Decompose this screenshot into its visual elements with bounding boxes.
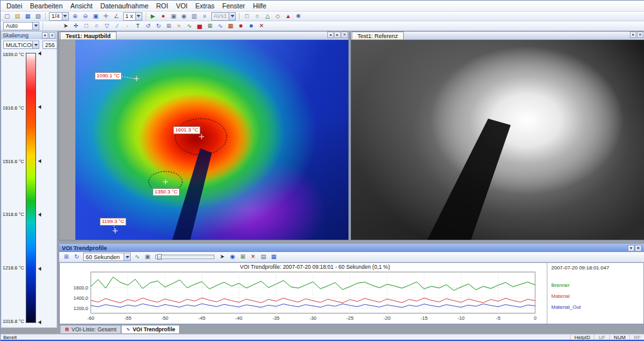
profile-icon[interactable]: ∿ <box>184 22 194 30</box>
table-icon[interactable]: ⊞ <box>205 22 215 30</box>
close-button[interactable]: ✕ <box>637 32 643 38</box>
save-icon[interactable]: ▦ <box>23 12 33 21</box>
color-scale-bar[interactable] <box>26 53 36 323</box>
menu-fenster[interactable]: Fenster <box>218 1 249 10</box>
chart-icon[interactable]: ∿ <box>215 22 225 30</box>
temperature-annotation[interactable]: 1601.3 °C <box>173 126 200 134</box>
save-icon[interactable]: ▦ <box>269 253 279 261</box>
dock-icon[interactable]: ⊞ <box>61 253 71 261</box>
isotherm-icon[interactable]: ≈ <box>174 22 184 30</box>
clear-icon[interactable]: ✕ <box>248 253 258 261</box>
roi-ellipse-icon[interactable]: ○ <box>252 12 262 21</box>
new-file-icon[interactable]: ▢ <box>2 12 12 21</box>
avs-combo[interactable]: AVs1 <box>211 12 236 21</box>
dropdown-arrow-icon[interactable] <box>229 13 235 20</box>
levels-combo[interactable]: 256 <box>43 41 57 49</box>
reference-image[interactable] <box>351 40 644 240</box>
scale-marker-icon-0[interactable] <box>38 52 41 55</box>
scale-marker-icon-1[interactable] <box>38 105 41 109</box>
dropdown-arrow-icon[interactable] <box>135 13 142 20</box>
text-tool-icon[interactable]: T <box>133 22 143 30</box>
open-file-icon[interactable]: ▤ <box>12 12 23 21</box>
auto-scaling-combo[interactable]: Auto <box>3 22 39 30</box>
rotate-right-icon[interactable]: ↻ <box>153 22 164 30</box>
palette-combo[interactable]: MULTICOLOF <box>3 41 39 49</box>
scaling-panel-header[interactable]: Skalierung ▾✕ <box>1 32 57 39</box>
Material_Out[interactable]: Material_Out <box>551 304 581 310</box>
menu-roi[interactable]: ROI <box>152 1 172 10</box>
rect-tool-icon[interactable]: □ <box>81 22 91 30</box>
settings-icon[interactable]: ✱ <box>293 12 303 21</box>
close-button[interactable]: ✕ <box>635 245 641 251</box>
thermal-image[interactable] <box>75 40 348 240</box>
scale-marker-icon-4[interactable] <box>38 267 41 271</box>
grid-icon[interactable]: ⊞ <box>164 22 174 30</box>
menu-hilfe[interactable]: Hilfe <box>249 1 270 10</box>
scale-marker-icon-5[interactable] <box>38 320 41 324</box>
menu-extras[interactable]: Extras <box>191 1 218 10</box>
Brenner[interactable]: Brenner <box>551 282 581 288</box>
refresh-icon[interactable]: ↻ <box>71 253 82 261</box>
menu-voi[interactable]: VOI <box>172 1 191 10</box>
histogram-icon[interactable]: ≡ <box>200 12 210 21</box>
polygon-tool-icon[interactable]: ▽ <box>102 22 112 30</box>
pin-button[interactable]: ▾ <box>42 32 48 39</box>
voi-icon[interactable]: ◇ <box>272 12 283 21</box>
flag-red-icon[interactable]: ■ <box>236 22 246 30</box>
trend-panel-header[interactable]: VOI Trendprofile ▾✕ <box>59 244 644 252</box>
tab-voi-trendprofile[interactable]: ∿ VOI Trendprofile <box>121 326 180 334</box>
roi-polygon-icon[interactable]: △ <box>262 12 272 21</box>
tab-hauptbild[interactable]: Test1: Hauptbild <box>60 32 117 39</box>
menu-button[interactable]: ▾ <box>630 32 636 38</box>
line-tool-icon[interactable]: ∕ <box>112 22 122 30</box>
temperature-annotation[interactable]: 1350.3 °C <box>153 188 180 196</box>
record-icon[interactable]: ● <box>158 12 169 21</box>
print-icon[interactable]: ▤ <box>258 253 269 261</box>
menu-ansicht[interactable]: Ansicht <box>66 1 96 10</box>
delete-icon[interactable]: ✕ <box>256 22 267 30</box>
snapshot-icon[interactable]: ◉ <box>179 12 189 21</box>
scale-marker-icon-2[interactable] <box>38 159 41 163</box>
trend-position-slider[interactable] <box>155 255 214 259</box>
tab-referenz[interactable]: Test1: Referenz <box>352 32 404 39</box>
zoom-fraction-combo[interactable]: 1/4 <box>49 12 69 21</box>
alarm-icon[interactable]: ▲ <box>283 12 293 21</box>
roi-rect-icon[interactable]: □ <box>242 12 252 21</box>
scale-marker-icon-3[interactable] <box>38 213 41 217</box>
zoom-in-icon[interactable]: ⊕ <box>70 12 80 21</box>
histogram2-icon[interactable]: ▅ <box>194 22 205 30</box>
temperature-annotation[interactable]: 1090.1 °C <box>95 72 122 80</box>
trend-chart[interactable]: -60-55-50-45-40-35-30-25-20-15-10-501600… <box>61 270 543 323</box>
rotate-left-icon[interactable]: ↺ <box>143 22 153 30</box>
interval-combo[interactable]: 60 Sekunden <box>83 253 131 261</box>
profile-icon[interactable]: ∿ <box>132 253 142 261</box>
pan-icon[interactable]: ✛ <box>101 12 111 21</box>
palette-icon[interactable]: ▦ <box>225 22 236 30</box>
menu-datenaufnahme[interactable]: Datenaufnahme <box>97 1 153 10</box>
ellipse-tool-icon[interactable]: ○ <box>91 22 102 30</box>
menu-datei[interactable]: Datei <box>3 1 26 10</box>
scroll-left-button[interactable]: ◂ <box>327 32 334 38</box>
print-icon[interactable]: ▧ <box>33 12 43 21</box>
cursor-icon[interactable]: ➤ <box>217 253 227 261</box>
close-button[interactable]: ✕ <box>49 32 55 39</box>
flag-blue-icon[interactable]: ■ <box>246 22 256 30</box>
point-tool-icon[interactable]: · <box>122 22 133 30</box>
pin-button[interactable]: ▾ <box>628 245 634 251</box>
zoom-out-icon[interactable]: ⊖ <box>80 12 91 21</box>
crosshair-icon[interactable]: ✛ <box>71 22 81 30</box>
slider-thumb[interactable] <box>157 254 162 260</box>
close-button[interactable]: ✕ <box>341 32 348 38</box>
zoom-fit-icon[interactable]: ▣ <box>91 12 101 21</box>
table-icon[interactable]: ⊞ <box>238 253 248 261</box>
temperature-annotation[interactable]: 1199.3 °C <box>100 218 126 226</box>
scale-factor-combo[interactable]: 1 x <box>123 12 142 21</box>
dropdown-arrow-icon[interactable] <box>32 41 39 48</box>
dropdown-arrow-icon[interactable] <box>62 13 68 20</box>
menu-bearbeiten[interactable]: Bearbeiten <box>26 1 67 10</box>
measure-icon[interactable]: ∠ <box>111 12 122 21</box>
copy-icon[interactable]: ▣ <box>142 253 153 261</box>
dropdown-arrow-icon[interactable] <box>32 23 39 30</box>
film-icon[interactable]: ▥ <box>189 12 200 21</box>
camera-icon[interactable]: ▣ <box>169 12 179 21</box>
